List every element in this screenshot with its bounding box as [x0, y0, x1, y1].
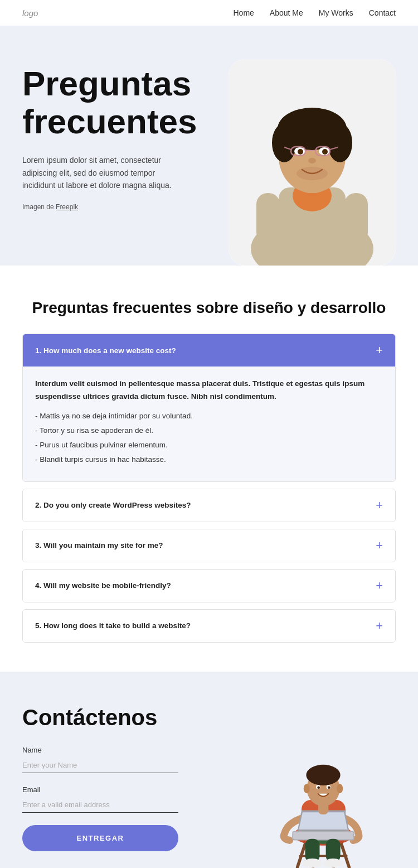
faq-plus-3: +	[376, 539, 383, 552]
list-item: Blandit turpis cursus in hac habitasse.	[35, 454, 383, 466]
faq-item-1: 1. How much does a new website cost? + I…	[22, 334, 396, 482]
hero-section: Preguntas frecuentes Lorem ipsum dolor s…	[0, 26, 418, 266]
nav-home[interactable]: Home	[233, 8, 254, 17]
svg-marker-35	[299, 812, 347, 830]
faq-question-2: 2. Do you only create WordPress websites…	[35, 501, 191, 509]
svg-point-38	[306, 764, 340, 785]
hero-image-container	[229, 59, 396, 266]
faq-item-1-header[interactable]: 1. How much does a new website cost? +	[23, 334, 395, 367]
faq-item-4-header[interactable]: 4. Will my website be mobile-friendly? +	[23, 570, 395, 602]
hero-title: Preguntas frecuentes	[22, 65, 217, 141]
svg-point-44	[337, 784, 343, 793]
svg-point-47	[303, 859, 322, 868]
faq-answer-1-list: Mattis ya no se deja intimidar por su vo…	[35, 410, 383, 466]
name-input[interactable]	[22, 758, 178, 773]
list-item: Mattis ya no se deja intimidar por su vo…	[35, 410, 383, 423]
nav-links: Home About Me My Works Contact	[233, 8, 396, 18]
faq-item-2: 2. Do you only create WordPress websites…	[22, 489, 396, 522]
faq-item-3: 3. Will you maintain my site for me? +	[22, 529, 396, 562]
faq-answer-1: Interdum velit euismod in pellentesque m…	[23, 367, 395, 481]
name-label: Name	[22, 746, 240, 754]
svg-point-19	[297, 167, 328, 180]
faq-plus-2: +	[376, 499, 383, 512]
contact-form-area: Contáctenos Name Email ENTREGAR Imagen d…	[22, 705, 240, 868]
svg-point-11	[298, 149, 303, 155]
navbar: logo Home About Me My Works Contact	[0, 0, 418, 26]
svg-rect-21	[344, 193, 368, 243]
nav-contact[interactable]: Contact	[369, 8, 396, 17]
faq-question-3: 3. Will you maintain my site for me?	[35, 541, 163, 549]
faq-plus-1: +	[376, 344, 383, 356]
nav-my-works[interactable]: My Works	[319, 8, 353, 17]
hero-person-illustration	[229, 59, 396, 266]
contact-illustration	[251, 705, 396, 868]
faq-question-4: 4. Will my website be mobile-friendly?	[35, 581, 171, 590]
svg-rect-20	[256, 193, 280, 243]
svg-point-48	[324, 859, 342, 868]
contact-title: Contáctenos	[22, 705, 240, 730]
list-item: Purus ut faucibus pulvinar elementum.	[35, 439, 383, 452]
submit-button[interactable]: ENTREGAR	[22, 825, 178, 851]
hero-freepik-link[interactable]: Freepik	[56, 203, 78, 211]
svg-point-12	[322, 149, 328, 155]
svg-point-42	[328, 786, 330, 789]
faq-item-3-header[interactable]: 3. Will you maintain my site for me? +	[23, 529, 395, 562]
hero-description: Lorem ipsum dolor sit amet, consectetur …	[22, 154, 189, 191]
contact-section: Contáctenos Name Email ENTREGAR Imagen d…	[0, 672, 418, 868]
faq-question-1: 1. How much does a new website cost?	[35, 346, 176, 355]
faq-plus-4: +	[376, 580, 383, 592]
faq-item-5-header[interactable]: 5. How long does it take to build a webs…	[23, 610, 395, 642]
hero-text: Preguntas frecuentes Lorem ipsum dolor s…	[22, 59, 217, 211]
email-input[interactable]	[22, 797, 178, 813]
faq-section-title: Preguntas frecuentes sobre diseño y desa…	[22, 299, 396, 317]
faq-item-2-header[interactable]: 2. Do you only create WordPress websites…	[23, 489, 395, 522]
faq-item-4: 4. Will my website be mobile-friendly? +	[22, 569, 396, 602]
svg-point-43	[304, 784, 310, 793]
logo: logo	[22, 8, 38, 18]
svg-point-41	[317, 786, 320, 789]
list-item: Tortor y su risa se apoderan de él.	[35, 425, 383, 437]
svg-point-18	[308, 158, 316, 163]
faq-plus-5: +	[376, 620, 383, 632]
contact-person-svg	[262, 727, 385, 868]
hero-image-credit: Imagen de Freepik	[22, 203, 217, 211]
faq-item-5: 5. How long does it take to build a webs…	[22, 609, 396, 643]
email-label: Email	[22, 785, 240, 794]
faq-answer-1-bold: Interdum velit euismod in pellentesque m…	[35, 378, 383, 403]
nav-about-me[interactable]: About Me	[270, 8, 303, 17]
svg-point-8	[328, 123, 352, 162]
svg-point-7	[272, 123, 297, 162]
faq-question-5: 5. How long does it take to build a webs…	[35, 621, 191, 630]
faq-section: Preguntas frecuentes sobre diseño y desa…	[0, 266, 418, 672]
svg-rect-33	[293, 832, 353, 839]
